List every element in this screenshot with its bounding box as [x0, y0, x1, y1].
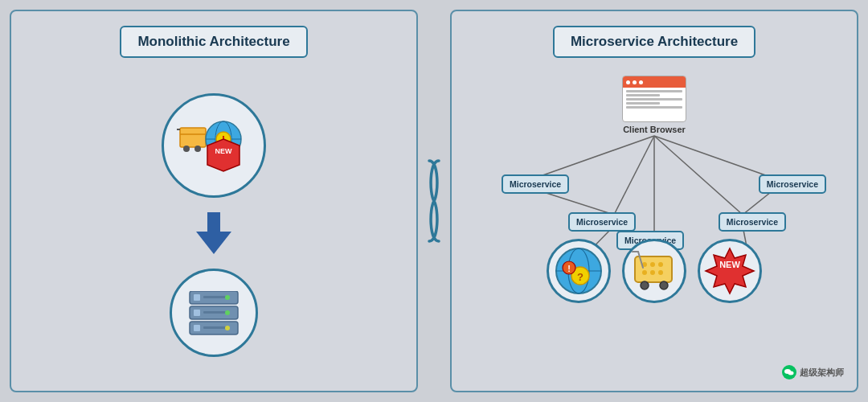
- svg-text:?: ?: [577, 271, 583, 283]
- cart-icon-circle: [622, 239, 686, 303]
- wechat-logo-svg: [784, 368, 794, 376]
- monolith-icon-circle: ! NEW: [162, 93, 266, 198]
- svg-line-22: [534, 136, 654, 178]
- browser-line-2: [626, 94, 660, 96]
- svg-point-2: [183, 146, 190, 152]
- svg-point-51: [788, 371, 794, 375]
- svg-point-44: [650, 270, 655, 275]
- left-panel: Monolithic Architecture: [10, 10, 418, 392]
- microservice-node-4: Microservice: [719, 212, 786, 232]
- browser-line-4: [626, 102, 660, 105]
- svg-point-21: [225, 326, 230, 330]
- right-panel: Microservice Architecture Client Browser: [450, 10, 858, 392]
- microservice-node-1: Microservice: [502, 174, 569, 194]
- browser-lines: [623, 88, 686, 121]
- svg-point-45: [658, 270, 663, 275]
- monolithic-title: Monolithic Architecture: [120, 26, 307, 58]
- svg-rect-15: [194, 310, 200, 316]
- new-badge-icon-circle: NEW: [698, 239, 762, 303]
- svg-text:NEW: NEW: [215, 147, 233, 155]
- browser-line-1: [626, 90, 682, 92]
- svg-point-41: [650, 262, 655, 267]
- microservice-title: Microservice Architecture: [553, 26, 755, 58]
- client-browser-label: Client Browser: [623, 125, 686, 134]
- microservice-node-3: Microservice: [568, 212, 636, 232]
- new-badge-svg: NEW: [704, 245, 755, 297]
- svg-rect-12: [203, 296, 227, 298]
- svg-rect-0: [180, 128, 206, 147]
- svg-text:!: !: [567, 264, 571, 273]
- browser-dot-1: [626, 80, 630, 84]
- svg-text:NEW: NEW: [719, 260, 740, 269]
- globe-error-icon-circle: ? !: [547, 239, 611, 303]
- microservice-node-2: Microservice: [759, 174, 826, 194]
- connector-svg: [423, 153, 445, 249]
- globe-error-svg: ? !: [553, 245, 604, 297]
- tree-diagram: Microservice Microservice Microservice M…: [468, 134, 841, 303]
- browser-line-5: [626, 106, 682, 109]
- cart-svg: [628, 245, 680, 297]
- svg-line-23: [614, 136, 654, 215]
- svg-point-46: [641, 281, 649, 289]
- left-content: ! NEW: [162, 76, 266, 375]
- svg-point-17: [225, 310, 230, 315]
- center-connector: [423, 10, 445, 392]
- down-arrow-group: [196, 212, 231, 254]
- svg-point-3: [194, 146, 201, 152]
- server-circle: [170, 269, 258, 357]
- browser-dot-2: [633, 80, 637, 84]
- svg-line-26: [654, 136, 775, 178]
- svg-rect-11: [194, 294, 200, 301]
- monolith-icon-svg: ! NEW: [166, 97, 262, 194]
- bottom-icons-row: ? !: [547, 239, 762, 303]
- client-browser-box: Client Browser: [622, 76, 686, 134]
- svg-rect-19: [194, 325, 200, 331]
- arrow-head: [196, 232, 231, 254]
- svg-point-42: [658, 262, 663, 267]
- svg-rect-20: [203, 326, 227, 329]
- svg-point-13: [225, 295, 230, 300]
- svg-marker-48: [706, 248, 754, 293]
- arrow-shaft: [207, 212, 220, 232]
- server-icon: [186, 291, 242, 335]
- browser-line-3: [626, 98, 682, 100]
- watermark-text: 超级架构师: [800, 367, 844, 379]
- browser-dot-3: [639, 80, 643, 84]
- svg-line-25: [654, 136, 743, 215]
- browser-top-bar: [623, 76, 686, 88]
- browser-icon: [622, 76, 686, 122]
- svg-rect-16: [203, 311, 227, 314]
- main-container: Monolithic Architecture: [0, 0, 868, 402]
- watermark: 超级架构师: [782, 365, 844, 379]
- wechat-icon: [782, 365, 796, 379]
- svg-point-43: [642, 270, 647, 275]
- svg-point-47: [660, 281, 668, 289]
